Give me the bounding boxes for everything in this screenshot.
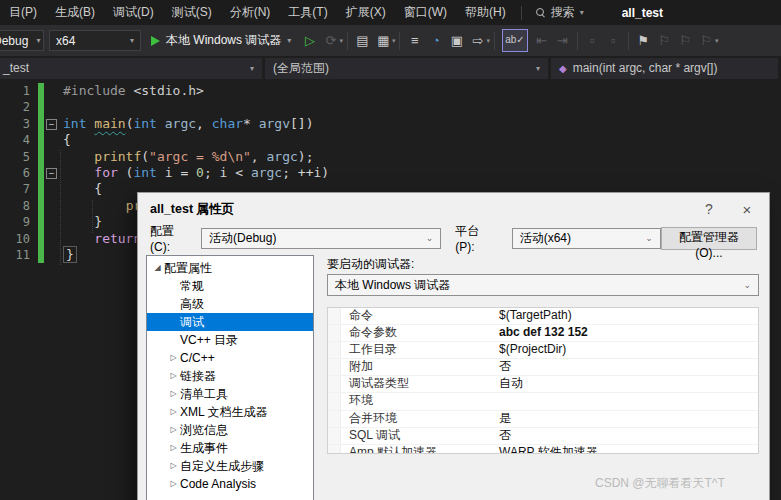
search-box[interactable]: 搜索 ▾ — [528, 4, 592, 21]
spell-check-icon[interactable]: ab✓ — [502, 29, 528, 52]
dialog-title: all_test 属性页 — [150, 201, 699, 218]
tree-collapsed-icon[interactable]: ▷ — [167, 457, 180, 475]
prev-bookmark-icon[interactable]: ⚐ — [654, 26, 675, 55]
menu-item[interactable]: 帮助(H) — [456, 0, 515, 25]
tree-item[interactable]: ▷清单工具 — [147, 385, 313, 403]
tree-item[interactable]: 高级 — [147, 295, 313, 313]
property-row[interactable]: 调试器类型自动 — [328, 376, 758, 393]
start-without-debugging-icon[interactable]: ▷ — [299, 26, 320, 55]
tree-item[interactable]: ◢配置属性 — [147, 259, 313, 277]
fold-margin[interactable]: − — [44, 116, 60, 132]
tree-collapsed-icon[interactable]: ▷ — [167, 439, 180, 457]
project-dropdown[interactable]: _test ▾ — [0, 58, 262, 79]
property-name: 工作目录 — [341, 342, 499, 358]
debugger-combo[interactable]: 本地 Windows 调试器 ⌄ — [327, 274, 759, 296]
next-bookmark-icon[interactable]: ⚐ — [675, 26, 696, 55]
toggle-bookmark-icon[interactable]: ⚑ — [633, 26, 654, 55]
tree-item[interactable]: ▷浏览信息 — [147, 421, 313, 439]
code-line[interactable]: 6− for (int i = 0; i < argc; ++i) — [0, 165, 781, 181]
tree-collapsed-icon[interactable]: ▷ — [167, 475, 180, 493]
property-tree[interactable]: ◢配置属性常规高级调试VC++ 目录▷C/C++▷链接器▷清单工具▷XML 文档… — [146, 255, 314, 500]
tree-item[interactable]: 调试 — [147, 313, 313, 331]
tree-collapsed-icon[interactable]: ▷ — [167, 349, 180, 367]
tree-item[interactable]: ▷C/C++ — [147, 349, 313, 367]
menu-item[interactable]: 生成(B) — [46, 0, 104, 25]
help-button[interactable]: ? — [699, 201, 719, 217]
uncomment-icon[interactable]: ▫ — [603, 26, 624, 55]
configuration-manager-button[interactable]: 配置管理器(O)... — [661, 227, 757, 250]
indent-decrease-icon[interactable]: ⇤ — [531, 26, 552, 55]
property-row[interactable]: 工作目录$(ProjectDir) — [328, 342, 758, 359]
tree-item[interactable]: ▷XML 文档生成器 — [147, 403, 313, 421]
close-icon[interactable]: × — [737, 201, 757, 218]
hot-reload-icon[interactable]: ⟳ — [320, 26, 341, 55]
dialog-title-bar[interactable]: all_test 属性页 ? × — [138, 193, 769, 225]
property-grid[interactable]: 命令$(TargetPath)命令参数abc def 132 152工作目录$(… — [327, 307, 759, 454]
code-text: } — [60, 214, 102, 230]
property-value[interactable]: 否 — [499, 428, 758, 444]
solution-platform-combo[interactable]: x64 ▾ — [49, 30, 141, 51]
code-line[interactable]: 3−int main(int argc, char* argv[]) — [0, 116, 781, 132]
menu-item[interactable]: 扩展(X) — [337, 0, 395, 25]
clear-bookmarks-icon[interactable]: ⚐ — [696, 26, 717, 55]
chevron-down-icon: ⌄ — [743, 280, 751, 290]
tree-item[interactable]: VC++ 目录 — [147, 331, 313, 349]
comment-icon[interactable]: ▫ — [582, 26, 603, 55]
tree-item[interactable]: ▷Code Analysis — [147, 475, 313, 493]
tree-expanded-icon[interactable]: ◢ — [151, 259, 164, 277]
code-line[interactable]: 5 printf("argc = %d\n", argc); — [0, 149, 781, 165]
property-row[interactable]: 合并环境是 — [328, 411, 758, 428]
menu-item[interactable]: 调试(D) — [104, 0, 163, 25]
solution-config-combo[interactable]: Debug ▾ — [0, 30, 44, 51]
member-dropdown[interactable]: ◆main(int argc, char * argv[]) — [551, 58, 778, 79]
code-line[interactable]: 4{ — [0, 132, 781, 148]
menu-item[interactable]: 工具(T) — [279, 0, 336, 25]
menu-item[interactable]: 窗口(W) — [395, 0, 456, 25]
start-debugging-button[interactable]: 本地 Windows 调试器 ▾ — [151, 32, 291, 49]
tree-item[interactable]: ▷自定义生成步骤 — [147, 457, 313, 475]
indent-increase-icon[interactable]: ⇥ — [552, 26, 573, 55]
menu-item[interactable]: 目(P) — [0, 0, 46, 25]
tree-collapsed-icon[interactable]: ▷ — [167, 385, 180, 403]
property-name: 命令参数 — [341, 325, 499, 341]
menu-item[interactable]: 测试(S) — [163, 0, 221, 25]
property-value[interactable]: 自动 — [499, 376, 758, 392]
property-row[interactable]: Amp 默认加速器WARP 软件加速器 — [328, 445, 758, 454]
collapse-region-icon[interactable]: − — [46, 119, 57, 130]
package-icon[interactable]: ▣ — [446, 26, 467, 55]
tree-collapsed-icon[interactable]: ▷ — [167, 367, 180, 385]
line-list-icon[interactable]: ≡ — [404, 26, 425, 55]
collapse-region-icon[interactable]: − — [46, 168, 57, 179]
property-row[interactable]: 命令参数abc def 132 152 — [328, 325, 758, 342]
tree-collapsed-icon[interactable]: ▷ — [167, 421, 180, 439]
property-row[interactable]: 环境 — [328, 393, 758, 410]
tree-item[interactable]: ▷链接器 — [147, 367, 313, 385]
property-row[interactable]: SQL 调试否 — [328, 428, 758, 445]
line-number: 5 — [0, 149, 38, 165]
config-combo[interactable]: 活动(Debug) ⌄ — [201, 228, 441, 249]
property-value[interactable]: $(TargetPath) — [499, 308, 758, 324]
property-row[interactable]: 命令$(TargetPath) — [328, 308, 758, 325]
platform-combo[interactable]: 活动(x64) ⌄ — [512, 228, 661, 249]
menu-item[interactable]: 分析(N) — [221, 0, 280, 25]
tree-collapsed-icon[interactable]: ▷ — [167, 403, 180, 421]
property-value[interactable]: 否 — [499, 359, 758, 375]
vs-window: 目(P)生成(B)调试(D)测试(S)分析(N)工具(T)扩展(X)窗口(W)帮… — [0, 0, 781, 500]
open-file-icon[interactable]: ▤ — [352, 26, 373, 55]
navigate-forward-icon[interactable]: ⇨ — [467, 26, 488, 55]
performance-icon[interactable]: ◔ — [425, 26, 446, 55]
fold-margin[interactable]: − — [44, 165, 60, 181]
code-line[interactable]: 2 — [0, 99, 781, 115]
property-value[interactable]: $(ProjectDir) — [499, 342, 758, 358]
code-line[interactable]: 1#include <stdio.h> — [0, 83, 781, 99]
property-value[interactable]: abc def 132 152 — [499, 325, 758, 341]
property-value[interactable]: 是 — [499, 411, 758, 427]
property-value[interactable] — [499, 393, 758, 409]
tree-item[interactable]: 常规 — [147, 277, 313, 295]
property-row[interactable]: 附加否 — [328, 359, 758, 376]
save-all-icon[interactable]: ▦ — [373, 26, 394, 55]
scope-dropdown[interactable]: (全局范围) ▾ — [265, 58, 548, 79]
property-value[interactable]: WARP 软件加速器 — [499, 445, 758, 454]
tree-item[interactable]: ▷生成事件 — [147, 439, 313, 457]
line-number: 2 — [0, 99, 38, 115]
